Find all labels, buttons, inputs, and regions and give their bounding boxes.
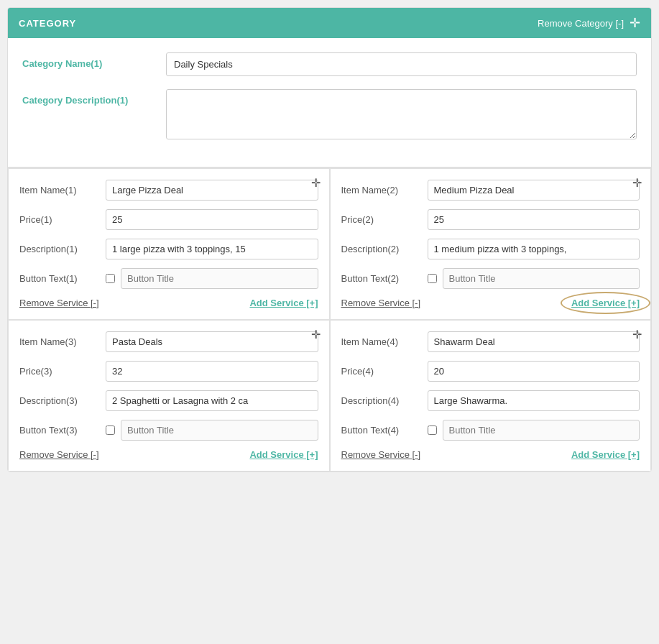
description-label-2: Description(2) [341,244,428,254]
service-actions-1: Remove Service [-] Add Service [+] [19,298,318,308]
price-row-2: Price(2) [341,209,640,230]
price-input-2[interactable] [428,209,640,230]
button-text-label-3: Button Text(3) [19,425,106,436]
price-label-1: Price(1) [19,214,106,225]
category-header-actions: Remove Category [-] ✛ [538,15,640,31]
category-description-label: Category Description(1) [22,89,166,106]
item-name-input-1[interactable] [106,180,318,201]
item-name-label-3: Item Name(3) [19,336,106,347]
button-text-checkbox-4[interactable] [428,426,437,435]
price-input-4[interactable] [428,361,640,382]
category-description-row: Category Description(1) [22,89,637,139]
remove-category-link[interactable]: Remove Category [-] [538,18,624,29]
category-header: CATEGORY Remove Category [-] ✛ [8,8,651,38]
remove-service-link-4[interactable]: Remove Service [-] [341,449,421,460]
add-category-icon[interactable]: ✛ [630,15,640,31]
price-label-4: Price(4) [341,366,428,377]
price-input-3[interactable] [106,361,318,382]
button-text-label-4: Button Text(4) [341,425,428,436]
remove-service-link-3[interactable]: Remove Service [-] [19,449,99,460]
service-card-3: ✛ Item Name(3) Price(3) Description(3) B… [8,320,330,472]
description-row-1: Description(1) [19,239,318,259]
drag-handle-2[interactable]: ✛ [632,176,642,190]
service-actions-3: Remove Service [-] Add Service [+] [19,449,318,460]
button-text-row-4: Button Text(4) [341,420,640,441]
remove-service-link-1[interactable]: Remove Service [-] [19,298,99,308]
drag-handle-3[interactable]: ✛ [311,328,321,341]
button-text-row-3: Button Text(3) [19,420,318,441]
drag-handle-1[interactable]: ✛ [311,176,321,190]
description-label-1: Description(1) [19,244,106,254]
button-text-checkbox-1[interactable] [106,274,115,283]
description-row-4: Description(4) [341,390,640,411]
item-name-row-2: Item Name(2) [341,180,640,201]
service-card-2: ✛ Item Name(2) Price(2) Description(2) B… [330,168,652,320]
description-label-3: Description(3) [19,395,106,406]
item-name-label-4: Item Name(4) [341,336,428,347]
button-text-checkbox-2[interactable] [428,274,437,283]
item-name-label-1: Item Name(1) [19,185,106,196]
add-service-link-3[interactable]: Add Service [+] [249,449,318,460]
description-row-2: Description(2) [341,239,640,259]
description-input-2[interactable] [428,239,640,259]
drag-handle-4[interactable]: ✛ [632,328,642,341]
category-header-title: CATEGORY [19,18,76,29]
description-label-4: Description(4) [341,395,428,406]
button-title-input-3[interactable] [121,420,318,441]
button-title-input-4[interactable] [443,420,640,441]
category-name-label: Category Name(1) [22,52,166,69]
category-body: Category Name(1) Category Description(1) [8,38,651,167]
button-text-row-2: Button Text(2) [341,268,640,289]
item-name-input-4[interactable] [428,331,640,352]
price-row-3: Price(3) [19,361,318,382]
service-actions-4: Remove Service [-] Add Service [+] [341,449,640,460]
price-input-1[interactable] [106,209,318,230]
remove-service-link-2[interactable]: Remove Service [-] [341,298,421,308]
services-grid: ✛ Item Name(1) Price(1) Description(1) B… [8,167,651,472]
service-card-1: ✛ Item Name(1) Price(1) Description(1) B… [8,168,330,320]
category-name-input[interactable] [166,52,637,76]
add-service-link-1[interactable]: Add Service [+] [249,298,318,308]
category-description-input[interactable] [166,89,637,139]
price-row-4: Price(4) [341,361,640,382]
description-input-1[interactable] [106,239,318,259]
button-text-row-1: Button Text(1) [19,268,318,289]
price-label-2: Price(2) [341,214,428,225]
description-input-4[interactable] [428,390,640,411]
button-title-input-1[interactable] [121,268,318,289]
add-service-link-4[interactable]: Add Service [+] [571,449,640,460]
item-name-label-2: Item Name(2) [341,185,428,196]
item-name-input-3[interactable] [106,331,318,352]
button-title-input-2[interactable] [443,268,640,289]
price-label-3: Price(3) [19,366,106,377]
button-text-checkbox-3[interactable] [106,426,115,435]
button-text-label-1: Button Text(1) [19,273,106,284]
service-card-4: ✛ Item Name(4) Price(4) Description(4) B… [330,320,652,472]
description-row-3: Description(3) [19,390,318,411]
description-input-3[interactable] [106,390,318,411]
item-name-row-4: Item Name(4) [341,331,640,352]
service-actions-2: Remove Service [-] Add Service [+] [341,298,640,308]
category-name-row: Category Name(1) [22,52,637,76]
price-row-1: Price(1) [19,209,318,230]
item-name-row-1: Item Name(1) [19,180,318,201]
add-service-link-2[interactable]: Add Service [+] [571,298,640,308]
button-text-label-2: Button Text(2) [341,273,428,284]
item-name-input-2[interactable] [428,180,640,201]
category-container: CATEGORY Remove Category [-] ✛ Category … [7,7,652,472]
item-name-row-3: Item Name(3) [19,331,318,352]
